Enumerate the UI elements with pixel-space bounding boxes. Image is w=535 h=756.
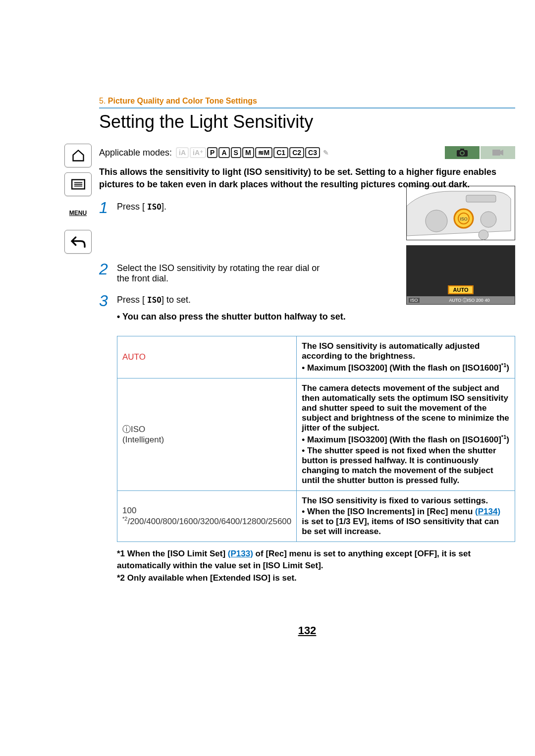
video-badge-icon [481,146,515,159]
svg-point-9 [426,210,447,232]
table-row: AUTO The ISO sensitivity is automaticall… [117,336,515,378]
svg-text:ISO: ISO [460,216,468,221]
intelligent-label: ⓘISO (Intelligent) [117,378,297,491]
mode-iaplus-icon: iA⁺ [190,147,206,158]
mode-c2-icon: C2 [289,147,304,158]
table-row: 100 *2/200/400/800/1600/3200/6400/12800/… [117,490,515,541]
iso-glyph-icon: ISO [147,202,161,212]
svg-rect-7 [492,150,500,156]
footnote-1: *1 When the [ISO Limit Set] (P133) of [R… [117,548,515,572]
modes-label: Applicable modes: [99,148,172,158]
svg-rect-8 [466,195,496,202]
mode-creative-icon: ✎ [321,148,331,157]
svg-point-14 [479,230,488,240]
mode-p-icon: P [207,147,217,158]
step-1-number: 1 [99,200,117,216]
page-title: Setting the Light Sensitivity [99,111,515,132]
auto-bullet: • Maximum [ISO3200] (With the flash on [… [302,362,510,373]
intelligent-bullet-2: • The shutter speed is not fixed when th… [302,446,510,486]
menu-icon[interactable]: MENU [64,201,92,225]
screen-illustration: AUTO ISO AUTO ⓘISO 200 40 [406,245,515,305]
auto-label: AUTO [122,352,146,362]
fixed-desc: The ISO sensitivity is fixed to various … [302,496,510,506]
mode-s-icon: S [231,147,241,158]
mode-icons: iA iA⁺ P A S M ≋M C1 C2 C3 ✎ [176,147,331,158]
fixed-values-label: 100 *2/200/400/800/1600/3200/6400/12800/… [117,490,297,541]
p133-link[interactable]: (P133) [228,549,253,558]
breadcrumb-text: Picture Quality and Color Tone Settings [108,97,257,105]
mode-c3-icon: C3 [305,147,320,158]
iso-glyph-icon: ISO [147,295,161,305]
auto-desc: The ISO sensitivity is automatically adj… [302,341,510,361]
mode-c1-icon: C1 [273,147,288,158]
step-2-text: Select the ISO sensitivity by rotating t… [117,261,325,284]
step-2-number: 2 [99,261,117,277]
back-icon[interactable] [64,230,92,254]
screen-auto-label: AUTO [448,285,474,294]
breadcrumb-num: 5. [99,97,106,105]
p134-link[interactable]: (P134) [475,507,500,516]
svg-rect-5 [460,149,464,151]
contents-icon[interactable] [64,172,92,196]
mode-ia-icon: iA [176,147,189,158]
camera-illustration: ISO [406,186,515,240]
iso-settings-table: AUTO The ISO sensitivity is automaticall… [117,336,515,541]
step-3-number: 3 [99,293,117,309]
fixed-bullet: • When the [ISO Increments] in [Rec] men… [302,507,510,537]
screen-values: AUTO ⓘISO 200 40 [449,297,490,304]
photo-badge-icon [445,146,480,159]
breadcrumb: 5. Picture Quality and Color Tone Settin… [99,97,515,108]
step-3-note: • You can also press the shutter button … [117,312,515,322]
table-row: ⓘISO (Intelligent) The camera detects mo… [117,378,515,491]
page-number: 132 [99,624,515,637]
intelligent-desc: The camera detects movement of the subje… [302,383,510,433]
svg-point-13 [481,212,496,227]
screen-iso-label: ISO [409,298,420,303]
mode-m-icon: M [242,147,254,158]
home-icon[interactable] [64,144,92,167]
intelligent-bullet-1: • Maximum [ISO3200] (With the flash on [… [302,434,510,445]
mode-movie-icon: ≋M [255,147,273,158]
mode-a-icon: A [218,147,229,158]
footnote-2: *2 Only available when [Extended ISO] is… [117,572,515,585]
